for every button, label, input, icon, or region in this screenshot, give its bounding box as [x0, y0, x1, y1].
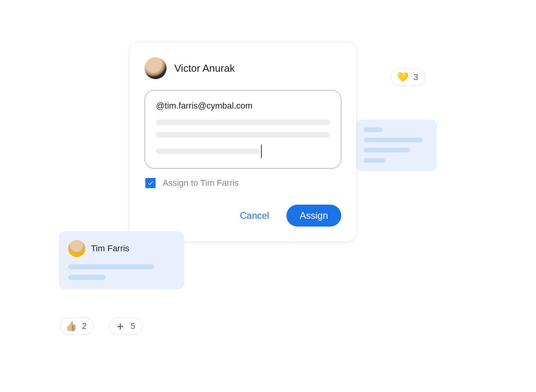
reply-header: Tim Farris: [68, 240, 175, 257]
comment-dialog: Victor Anurak @tim.farris@cymbal.com Ass…: [129, 41, 357, 242]
placeholder-line: [364, 138, 422, 142]
reaction-count: 3: [413, 72, 418, 82]
placeholder-line: [364, 148, 411, 152]
comment-input[interactable]: @tim.farris@cymbal.com: [145, 90, 341, 169]
reaction-thumbs-up[interactable]: 👍🏼 2: [60, 318, 94, 335]
reply-author-name: Tim Farris: [91, 243, 129, 254]
author-avatar: [145, 57, 167, 79]
checkmark-icon: [147, 180, 154, 187]
placeholder-line: [364, 127, 382, 132]
placeholder-line: [68, 275, 105, 280]
reaction-add[interactable]: ＋ 5: [109, 318, 143, 335]
comment-header: Victor Anurak: [145, 57, 341, 79]
placeholder-line: [156, 120, 330, 125]
author-name: Victor Anurak: [174, 62, 235, 74]
assign-row: Assign to Tim Farris: [145, 178, 341, 188]
reply-avatar: [68, 240, 85, 257]
assign-button[interactable]: Assign: [286, 205, 341, 227]
reaction-heart[interactable]: 💛 3: [391, 69, 426, 86]
placeholder-line: [156, 149, 260, 154]
placeholder-line: [68, 264, 154, 269]
reply-card-tim[interactable]: Tim Farris: [59, 231, 184, 289]
assign-label: Assign to Tim Farris: [163, 178, 239, 188]
thumbs-up-icon: 👍🏼: [65, 321, 77, 331]
cancel-button[interactable]: Cancel: [237, 206, 272, 225]
reaction-count: 5: [130, 321, 135, 331]
background-comment-card: [357, 120, 437, 171]
heart-icon: 💛: [397, 73, 409, 82]
reaction-count: 2: [82, 321, 87, 331]
text-caret: [261, 145, 262, 158]
assign-checkbox[interactable]: [145, 178, 156, 188]
dialog-actions: Cancel Assign: [145, 205, 341, 227]
mention-text: @tim.farris@cymbal.com: [156, 101, 330, 111]
plus-icon: ＋: [115, 322, 126, 330]
placeholder-line: [364, 158, 385, 163]
placeholder-line: [156, 132, 330, 138]
